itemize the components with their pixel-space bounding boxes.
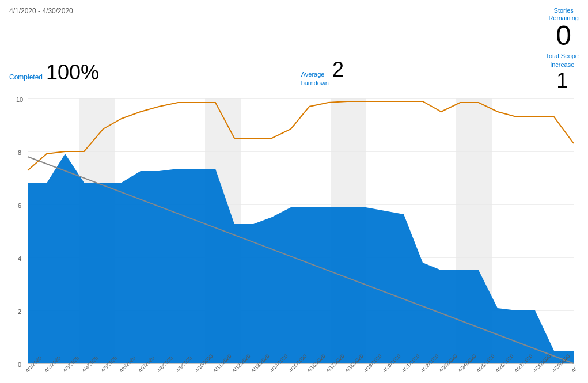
svg-text:0: 0 bbox=[18, 361, 21, 368]
burndown-chart: 0 2 4 6 8 10 bbox=[9, 97, 576, 374]
svg-text:6: 6 bbox=[18, 202, 21, 209]
svg-text:8: 8 bbox=[18, 149, 21, 156]
svg-text:4: 4 bbox=[18, 255, 21, 262]
metrics-row: Completed 100% Averageburndown 2 Total S… bbox=[9, 52, 579, 93]
svg-text:10: 10 bbox=[16, 97, 23, 103]
avg-burndown-metric: Averageburndown 2 bbox=[301, 58, 344, 87]
completed-value: 100% bbox=[46, 60, 99, 85]
dashboard-container: 4/1/2020 - 4/30/2020 StoriesRemaining 0 … bbox=[0, 0, 588, 383]
chart-area: 0 2 4 6 8 10 bbox=[9, 97, 579, 383]
avg-burndown-label: Averageburndown bbox=[301, 70, 329, 87]
completed-label: Completed bbox=[9, 73, 43, 81]
total-scope-value: 1 bbox=[556, 69, 568, 93]
svg-text:2: 2 bbox=[18, 308, 21, 315]
date-range: 4/1/2020 - 4/30/2020 bbox=[9, 7, 73, 15]
total-scope-label: Total ScopeIncrease bbox=[546, 52, 579, 69]
stories-remaining-widget: StoriesRemaining 0 bbox=[548, 7, 579, 50]
stories-remaining-value: 0 bbox=[548, 22, 579, 50]
avg-burndown-value: 2 bbox=[332, 58, 344, 82]
total-scope-metric: Total ScopeIncrease 1 bbox=[546, 52, 579, 93]
completed-metric: Completed 100% bbox=[9, 60, 99, 85]
top-row: 4/1/2020 - 4/30/2020 StoriesRemaining 0 bbox=[9, 7, 579, 50]
